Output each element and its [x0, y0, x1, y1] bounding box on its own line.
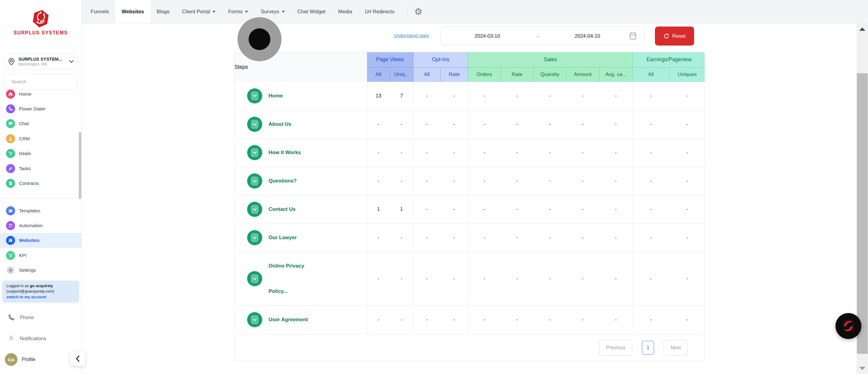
- scroll-up-arrow[interactable]: [859, 27, 865, 31]
- search-box: [4, 74, 78, 90]
- step-link[interactable]: Questions?: [269, 178, 297, 184]
- sidebar-primary-menu: HomePower DialerChatCRMDealsTasksContrac…: [0, 87, 82, 191]
- tab-websites[interactable]: Websites: [115, 0, 150, 23]
- sidebar-item-power-dialer[interactable]: Power Dialer: [0, 102, 82, 116]
- sidebar-collapse-button[interactable]: [70, 351, 86, 366]
- stat-value: -: [390, 167, 413, 195]
- settings-gear-icon[interactable]: ⚙: [412, 7, 425, 16]
- step-dropdown-icon[interactable]: [247, 173, 262, 189]
- stat-value: -: [501, 139, 533, 167]
- date-end-value[interactable]: 2024-04-10: [562, 33, 613, 39]
- surplus-systems-logo-icon: [32, 9, 50, 28]
- step-dropdown-icon[interactable]: [247, 312, 262, 327]
- scroll-down-arrow[interactable]: [859, 367, 865, 370]
- scrollbar-thumb[interactable]: [857, 73, 868, 354]
- kpi-icon: [6, 251, 15, 260]
- sidebar-item-websites[interactable]: Websites: [0, 233, 82, 248]
- table-row-how-it-works: How It Works-----------: [235, 139, 705, 167]
- step-cell: About Us: [235, 110, 367, 139]
- sidebar-item-contracts[interactable]: Contracts: [0, 176, 82, 191]
- tab-client-portal[interactable]: Client Portal: [176, 0, 222, 23]
- notifications-label: Notifications: [20, 336, 46, 341]
- tab-funnels[interactable]: Funnels: [84, 0, 115, 23]
- notifications-menu-item[interactable]: Notifications: [0, 332, 82, 346]
- tab-chat-widget[interactable]: Chat Widget: [291, 0, 332, 23]
- step-link[interactable]: Online Privacy Policy...: [269, 253, 312, 304]
- table-row-questions: Questions?-----------: [235, 167, 705, 195]
- tab-label: Chat Widget: [298, 9, 326, 15]
- tab-blogs[interactable]: Blogs: [150, 0, 176, 23]
- stat-value: -: [501, 167, 533, 195]
- reset-label: Reset: [672, 33, 685, 39]
- group-header-earnings-pageview: Earnings/Pageview: [632, 52, 705, 67]
- chat-icon: [6, 119, 15, 128]
- stat-value: -: [599, 306, 632, 334]
- previous-page-button[interactable]: Previous: [599, 340, 632, 355]
- sidebar-scrollbar-thumb[interactable]: [79, 132, 82, 199]
- settings-icon: [6, 266, 15, 275]
- webcam-bubble[interactable]: [238, 17, 281, 61]
- calendar-icon[interactable]: [629, 32, 637, 40]
- templates-icon: [6, 206, 15, 215]
- step-link[interactable]: Our Lawyer: [269, 235, 297, 241]
- sidebar-item-automation[interactable]: Automation: [0, 218, 82, 233]
- sidebar-item-label: Tasks: [19, 166, 31, 171]
- reset-button[interactable]: Reset: [655, 27, 694, 46]
- sidebar-item-chat[interactable]: Chat: [0, 116, 82, 131]
- column-header-sales-quantity: Quantity: [533, 67, 566, 82]
- tab-media[interactable]: Media: [332, 0, 358, 23]
- step-dropdown-icon[interactable]: [247, 145, 262, 160]
- step-link[interactable]: Contact Us: [269, 206, 296, 212]
- profile-menu-item[interactable]: GA Profile: [0, 352, 82, 367]
- step-link[interactable]: About Us: [269, 121, 291, 127]
- sidebar-item-tasks[interactable]: Tasks: [0, 161, 82, 176]
- phone-menu-item[interactable]: Phone: [0, 310, 82, 325]
- stat-value: -: [367, 139, 390, 167]
- stat-value: -: [501, 82, 533, 110]
- quick-actions-bolt-icon[interactable]: [73, 79, 74, 85]
- stat-value: -: [413, 82, 440, 110]
- stat-value: -: [501, 224, 533, 252]
- search-input[interactable]: [11, 79, 72, 85]
- table-row-about-us: About Us-----------: [235, 110, 705, 139]
- tab-url-redirects[interactable]: Url Redirects: [358, 0, 401, 23]
- chat-widget-bubble[interactable]: [835, 313, 861, 339]
- date-start-value[interactable]: 2024-03-10: [462, 33, 513, 39]
- date-range-picker[interactable]: 2024-03-10 → 2024-04-10: [440, 27, 645, 45]
- step-cell: Our Lawyer: [235, 224, 367, 252]
- chevron-down-icon: [245, 11, 248, 13]
- location-selector[interactable]: SURPLUS SYSTEM... Bloomington, MN: [4, 54, 78, 69]
- understand-stats-link[interactable]: Understand stats: [394, 33, 429, 38]
- sidebar-item-deals[interactable]: Deals: [0, 146, 82, 161]
- step-dropdown-icon[interactable]: [247, 271, 262, 286]
- step-dropdown-icon[interactable]: [247, 230, 262, 245]
- sidebar-item-kpi[interactable]: KPI: [0, 248, 82, 263]
- automation-icon: [6, 221, 15, 230]
- step-dropdown-icon[interactable]: [247, 202, 262, 217]
- sidebar-item-settings[interactable]: Settings: [0, 263, 82, 278]
- stat-value: -: [390, 306, 413, 334]
- next-page-button[interactable]: Next: [664, 340, 688, 355]
- page-number-button[interactable]: 1: [642, 341, 654, 355]
- chevron-down-icon: [282, 11, 285, 13]
- step-link[interactable]: Home: [269, 93, 283, 99]
- sidebar-item-templates[interactable]: Templates: [0, 203, 82, 218]
- stat-value: -: [599, 252, 632, 306]
- stat-value: -: [390, 139, 413, 167]
- stat-value: -: [468, 252, 501, 306]
- stat-value: -: [390, 224, 413, 252]
- refresh-icon: [663, 33, 670, 39]
- step-dropdown-icon[interactable]: [247, 117, 262, 132]
- step-link[interactable]: User Agreement: [269, 317, 308, 323]
- stat-value: -: [440, 252, 468, 306]
- step-dropdown-icon[interactable]: [247, 88, 262, 104]
- step-link[interactable]: How It Works: [269, 150, 301, 155]
- sidebar-item-crm[interactable]: CRM: [0, 131, 82, 146]
- group-header-sales: Sales: [468, 52, 632, 67]
- table-row-our-lawyer: Our Lawyer-----------: [235, 224, 705, 252]
- app-root: SURPLUS SYSTEMS SURPLUS SYSTEM... Bloomi…: [0, 0, 868, 374]
- switch-account-link[interactable]: switch to my account: [6, 294, 46, 300]
- chevron-down-icon: [213, 11, 216, 13]
- stat-value: -: [468, 306, 501, 334]
- nav-tabs: FunnelsWebsitesBlogsClient PortalFormsSu…: [82, 0, 401, 23]
